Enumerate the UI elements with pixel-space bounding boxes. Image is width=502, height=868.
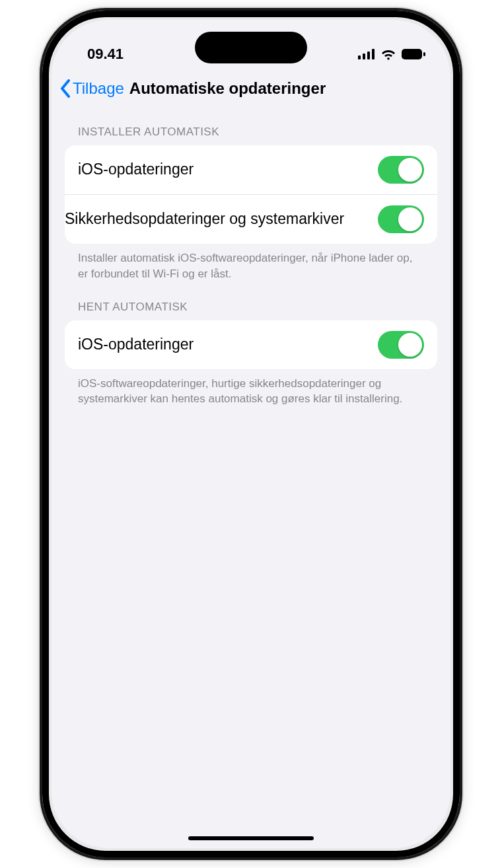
svg-rect-3 bbox=[372, 49, 375, 59]
section-header-download: HENT AUTOMATISK bbox=[65, 282, 437, 320]
back-label: Tilbage bbox=[73, 79, 124, 98]
row-label: Sikkerhedsopdateringer og systemarkiver bbox=[65, 209, 352, 229]
toggle-ios-updates-download[interactable] bbox=[378, 331, 424, 359]
row-label: iOS-opdateringer bbox=[78, 160, 201, 180]
chevron-left-icon bbox=[59, 79, 71, 98]
svg-rect-5 bbox=[423, 52, 425, 56]
group-download: iOS-opdateringer bbox=[65, 320, 437, 369]
toggle-security-updates[interactable] bbox=[378, 205, 424, 233]
svg-rect-2 bbox=[367, 52, 370, 59]
row-ios-updates-download[interactable]: iOS-opdateringer bbox=[65, 320, 437, 369]
battery-icon bbox=[402, 49, 425, 59]
section-header-install: INSTALLER AUTOMATISK bbox=[65, 107, 437, 145]
content: INSTALLER AUTOMATISK iOS-opdateringer Si… bbox=[52, 107, 450, 848]
page-title: Automatiske opdateringer bbox=[129, 79, 326, 98]
section-footer-download: iOS-softwareopdateringer, hurtige sikker… bbox=[65, 369, 437, 408]
status-icons bbox=[358, 48, 425, 60]
home-indicator[interactable] bbox=[188, 836, 314, 840]
back-button[interactable]: Tilbage bbox=[59, 79, 124, 98]
svg-rect-0 bbox=[358, 55, 361, 59]
row-label: iOS-opdateringer bbox=[78, 335, 201, 355]
toggle-ios-updates-install[interactable] bbox=[378, 156, 424, 184]
svg-rect-1 bbox=[363, 54, 365, 59]
status-time: 09.41 bbox=[87, 46, 124, 63]
row-ios-updates-install[interactable]: iOS-opdateringer bbox=[65, 145, 437, 194]
group-install: iOS-opdateringer Sikkerhedsopdateringer … bbox=[65, 145, 437, 244]
dynamic-island bbox=[195, 32, 307, 63]
navigation-bar: Tilbage Automatiske opdateringer bbox=[52, 73, 450, 107]
cellular-icon bbox=[358, 49, 375, 59]
section-footer-install: Installer automatisk iOS-softwareopdater… bbox=[65, 244, 437, 282]
row-security-updates[interactable]: Sikkerhedsopdateringer og systemarkiver bbox=[65, 194, 437, 244]
wifi-icon bbox=[380, 48, 396, 60]
screen: 09.41 bbox=[52, 20, 450, 848]
svg-rect-4 bbox=[402, 49, 422, 59]
iphone-frame: 09.41 bbox=[40, 8, 462, 860]
